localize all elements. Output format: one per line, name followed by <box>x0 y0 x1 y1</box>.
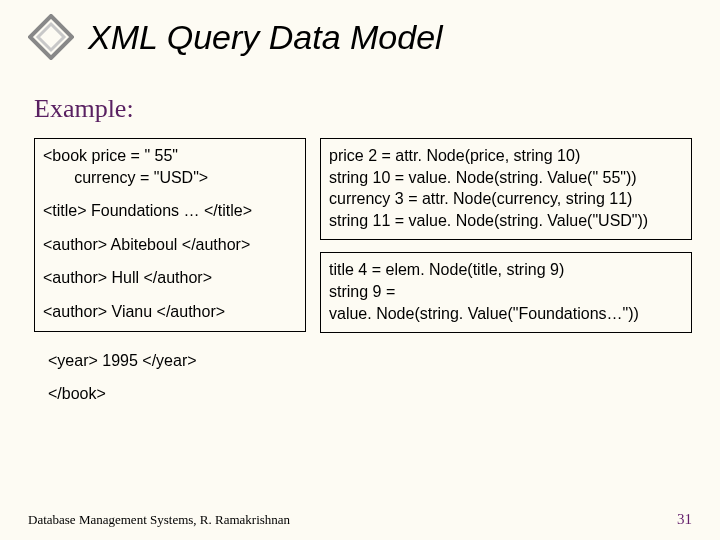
code-line: <author> Abiteboul </author> <box>43 234 297 256</box>
code-line: <author> Hull </author> <box>43 267 297 289</box>
xml-source-box: <book price = " 55" currency = "USD"> <t… <box>34 138 306 332</box>
code-line: currency 3 = attr. Node(currency, string… <box>329 188 683 210</box>
code-line: currency = "USD"> <box>43 167 297 189</box>
code-line: value. Node(string. Value("Foundations…"… <box>329 303 683 325</box>
content-row: <book price = " 55" currency = "USD"> <t… <box>34 138 692 405</box>
code-line: <author> Vianu </author> <box>43 301 297 323</box>
diamond-bullet-icon <box>28 14 74 60</box>
node-defs-box-1: price 2 = attr. Node(price, string 10) s… <box>320 138 692 240</box>
code-line: </book> <box>48 383 306 405</box>
right-column: price 2 = attr. Node(price, string 10) s… <box>320 138 692 405</box>
node-defs-box-2: title 4 = elem. Node(title, string 9) st… <box>320 252 692 333</box>
title-row: XML Query Data Model <box>28 14 692 60</box>
example-heading: Example: <box>34 94 692 124</box>
slide: XML Query Data Model Example: <book pric… <box>0 0 720 540</box>
code-line: <year> 1995 </year> <box>48 350 306 372</box>
code-line: string 9 = <box>329 281 683 303</box>
code-line: <title> Foundations … </title> <box>43 200 297 222</box>
left-column: <book price = " 55" currency = "USD"> <t… <box>34 138 306 405</box>
code-line: price 2 = attr. Node(price, string 10) <box>329 145 683 167</box>
code-line: string 11 = value. Node(string. Value("U… <box>329 210 683 232</box>
slide-title: XML Query Data Model <box>88 18 443 57</box>
footer-text: Database Management Systems, R. Ramakris… <box>28 512 290 528</box>
code-line: string 10 = value. Node(string. Value(" … <box>329 167 683 189</box>
code-line: title 4 = elem. Node(title, string 9) <box>329 259 683 281</box>
code-line: <book price = " 55" <box>43 145 297 167</box>
xml-source-tail: <year> 1995 </year> </book> <box>48 338 306 405</box>
page-number: 31 <box>677 511 692 528</box>
footer: Database Management Systems, R. Ramakris… <box>28 511 692 528</box>
